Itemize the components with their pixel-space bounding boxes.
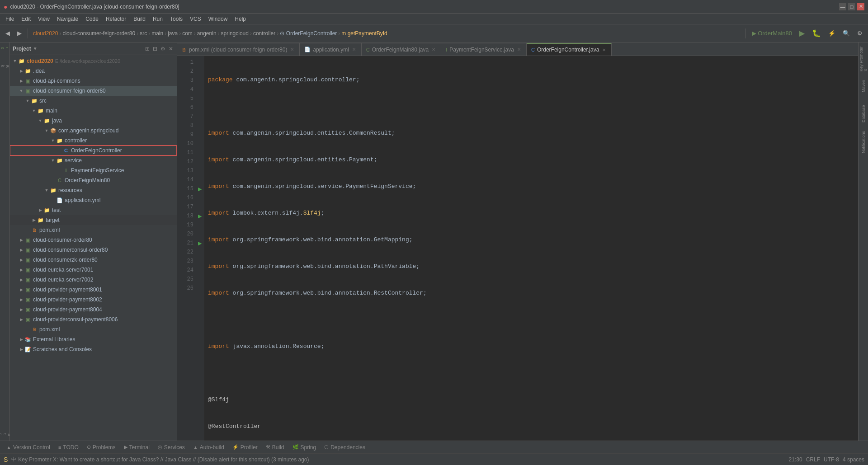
cursor-position[interactable]: 21:30 xyxy=(789,456,802,463)
expand-all-icon[interactable]: ⊞ xyxy=(144,46,151,52)
gutter-15[interactable]: ▶ xyxy=(195,184,204,193)
tree-service[interactable]: ▼ 📁 service xyxy=(10,155,177,165)
tree-controller[interactable]: ▼ 📁 controller xyxy=(10,136,177,146)
tab-pom[interactable]: 🗎 pom.xml (cloud-consumer-feign-order80)… xyxy=(177,43,300,56)
close-panel-icon[interactable]: ✕ xyxy=(168,46,174,52)
minimize-button[interactable]: — xyxy=(839,3,846,10)
forward-button[interactable]: ▶ xyxy=(14,27,24,40)
tree-feign[interactable]: ▼ ▣ cloud-consumer-feign-order80 xyxy=(10,86,177,96)
menu-window[interactable]: Window xyxy=(205,14,231,24)
bottom-tab-vcs[interactable]: ▲ Version Control xyxy=(3,442,54,453)
tree-pom-root[interactable]: ▶ 🗎 pom.xml xyxy=(10,324,177,334)
menu-vcs[interactable]: VCS xyxy=(186,14,205,24)
menu-run[interactable]: Run xyxy=(149,14,166,24)
breadcrumb-method[interactable]: m getPaymentById xyxy=(341,30,387,37)
tab-yml-close[interactable]: ✕ xyxy=(351,47,357,52)
tree-src[interactable]: ▼ 📁 src xyxy=(10,96,177,106)
notifications-panel[interactable]: Notifications xyxy=(859,128,868,155)
menu-edit[interactable]: Edit xyxy=(18,14,34,24)
breadcrumb-com[interactable]: com xyxy=(182,30,193,37)
tree-consumer-order80[interactable]: ▶ ▣ cloud-consumer-order80 xyxy=(10,235,177,245)
tree-test[interactable]: ▶ 📁 test xyxy=(10,205,177,215)
bottom-tab-problems[interactable]: ⊙ Problems xyxy=(83,442,119,453)
close-button[interactable]: ✕ xyxy=(857,3,864,10)
breadcrumb-java[interactable]: java xyxy=(168,30,178,37)
menu-help[interactable]: Help xyxy=(231,14,250,24)
collapse-all-icon[interactable]: ⊟ xyxy=(152,46,158,52)
lang-switch[interactable]: 中 xyxy=(11,456,16,463)
settings-gear-icon[interactable]: ⚙ xyxy=(160,46,166,52)
debug-button[interactable]: 🐛 xyxy=(809,27,824,40)
bottom-tab-todo[interactable]: ≡ TODO xyxy=(55,442,82,453)
menu-file[interactable]: File xyxy=(2,14,18,24)
tree-idea[interactable]: ▶ 📁 .idea xyxy=(10,66,177,76)
settings-button[interactable]: ⚙ xyxy=(854,27,865,40)
bottom-tab-build[interactable]: ⚒ Build xyxy=(262,442,288,453)
gutter-21[interactable]: ▶ xyxy=(195,239,204,248)
tree-resources[interactable]: ▼ 📁 resources xyxy=(10,185,177,195)
search-everywhere-button[interactable]: 🔍 xyxy=(840,27,853,40)
tree-orderfeigncontroller[interactable]: ▶ C OrderFeignController xyxy=(10,146,177,155)
tab-main80-close[interactable]: ✕ xyxy=(431,47,436,52)
tree-consumerzk[interactable]: ▶ ▣ cloud-consumerzk-order80 xyxy=(10,255,177,265)
tree-payment8006[interactable]: ▶ ▣ cloud-providerconsul-payment8006 xyxy=(10,315,177,324)
tree-root[interactable]: ▼ 📁 cloud2020 E:/idea-workspace/cloud202… xyxy=(10,56,177,66)
tab-pfs-close[interactable]: ✕ xyxy=(516,47,522,52)
bottom-tab-terminal[interactable]: ▶ Terminal xyxy=(120,442,153,453)
run-config-button[interactable]: ▶ OrderMain80 xyxy=(749,27,795,40)
maven-panel[interactable]: Maven xyxy=(859,72,868,99)
tab-main80[interactable]: C OrderFeignMain80.java ✕ xyxy=(362,43,441,56)
key-promoter-panel[interactable]: Key Promoter X xyxy=(859,44,868,71)
menu-build[interactable]: Build xyxy=(130,14,149,24)
indent[interactable]: 4 spaces xyxy=(843,456,864,463)
code-area[interactable]: package com.angenin.springcloud.controll… xyxy=(204,56,858,441)
maximize-button[interactable]: □ xyxy=(848,3,855,10)
menu-refactor[interactable]: Refactor xyxy=(102,14,130,24)
breadcrumb-cloud2020[interactable]: cloud2020 xyxy=(33,30,58,37)
tree-payment8002[interactable]: ▶ ▣ cloud-provider-payment8002 xyxy=(10,295,177,305)
tab-ofc-close[interactable]: ✕ xyxy=(601,47,607,53)
tree-api-commons[interactable]: ▶ ▣ cloud-api-commons xyxy=(10,76,177,86)
profile-button[interactable]: ⚡ xyxy=(826,27,838,40)
breadcrumb-src[interactable]: src xyxy=(140,30,147,37)
tree-pom-feign[interactable]: ▶ 🗎 pom.xml xyxy=(10,225,177,235)
tab-ofc[interactable]: C OrderFeignController.java ✕ xyxy=(527,43,612,56)
breadcrumb-module[interactable]: cloud-consumer-feign-order80 xyxy=(62,30,135,37)
tab-yml[interactable]: 📄 application.yml ✕ xyxy=(300,43,361,56)
database-panel[interactable]: Database xyxy=(859,100,868,127)
structure-icon[interactable]: Str xyxy=(1,431,9,439)
menu-tools[interactable]: Tools xyxy=(166,14,186,24)
bottom-tab-deps[interactable]: ⬡ Dependencies xyxy=(321,442,369,453)
tree-scratches[interactable]: ▶ 📝 Scratches and Consoles xyxy=(10,344,177,354)
breadcrumb-springcloud[interactable]: springcloud xyxy=(221,30,249,37)
tree-main[interactable]: ▼ 📁 main xyxy=(10,106,177,116)
run-button[interactable]: ▶ xyxy=(797,27,807,40)
menu-navigate[interactable]: Navigate xyxy=(53,14,82,24)
tree-payment8004[interactable]: ▶ ▣ cloud-provider-payment8004 xyxy=(10,305,177,315)
bottom-tab-profiler[interactable]: ⚡ Profiler xyxy=(229,442,261,453)
tree-orderfeignmain80[interactable]: ▶ C OrderFeignMain80 xyxy=(10,175,177,185)
tree-application-yml[interactable]: ▶ 📄 application.yml xyxy=(10,195,177,205)
menu-code[interactable]: Code xyxy=(82,14,102,24)
tree-paymentfeignservice[interactable]: ▶ I PaymentFeignService xyxy=(10,165,177,175)
breadcrumb-class[interactable]: ⊙ OrderFeignController xyxy=(280,30,337,37)
breadcrumb-controller[interactable]: controller xyxy=(253,30,275,37)
gutter-18[interactable]: ▶ xyxy=(195,211,204,221)
menu-view[interactable]: View xyxy=(34,14,53,24)
tab-pfs[interactable]: I PaymentFeignService.java ✕ xyxy=(441,43,527,56)
bottom-tab-autobuild[interactable]: ▲ Auto-build xyxy=(189,442,228,453)
project-dropdown-icon[interactable]: ▼ xyxy=(33,46,38,51)
bottom-tab-spring[interactable]: 🌿 Spring xyxy=(289,442,320,453)
project-icon[interactable]: Proj xyxy=(1,44,9,52)
tree-payment8001[interactable]: ▶ ▣ cloud-provider-payment8001 xyxy=(10,285,177,295)
tree-java[interactable]: ▼ 📁 java xyxy=(10,116,177,126)
breadcrumb-main[interactable]: main xyxy=(151,30,163,37)
line-sep[interactable]: CRLF xyxy=(806,456,820,463)
tree-eureka7001[interactable]: ▶ ▣ cloud-eureka-server7001 xyxy=(10,265,177,275)
tab-pom-close[interactable]: ✕ xyxy=(289,47,295,52)
tree-eureka7002[interactable]: ▶ ▣ cloud-eureka-server7002 xyxy=(10,275,177,285)
bookmarks-icon[interactable]: Bk xyxy=(1,62,9,70)
charset[interactable]: UTF-8 xyxy=(824,456,839,463)
bottom-tab-services[interactable]: ◎ Services xyxy=(154,442,189,453)
back-button[interactable]: ◀ xyxy=(3,27,13,40)
